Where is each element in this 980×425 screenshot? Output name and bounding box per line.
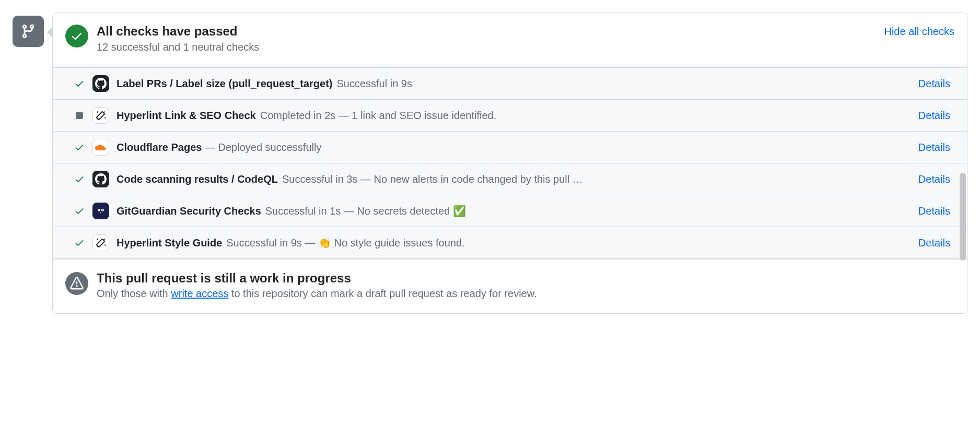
check-status	[74, 206, 85, 216]
check-row: Label PRs / Label size (pull_request_tar…	[53, 67, 967, 100]
scrollbar[interactable]	[960, 173, 966, 261]
check-icon	[74, 78, 85, 89]
check-row: Cloudflare Pages — Deployed successfully…	[53, 132, 967, 163]
wand-icon	[95, 110, 107, 121]
check-text: Label PRs / Label size (pull_request_tar…	[116, 78, 911, 90]
check-meta: Completed in 2s — 1 link and SEO issue i…	[260, 110, 496, 121]
github-avatar	[92, 171, 109, 187]
checks-list-container: Label PRs / Label size (pull_request_tar…	[53, 64, 967, 259]
check-meta: Successful in 9s	[336, 78, 412, 89]
checks-title: All checks have passed	[97, 23, 876, 39]
check-meta: Successful in 3s — No new alerts in code…	[282, 173, 583, 185]
owl-icon	[96, 206, 106, 216]
github-avatar	[92, 75, 109, 92]
status-success-badge	[65, 25, 88, 48]
draft-title: This pull request is still a work in pro…	[97, 271, 954, 286]
github-icon	[95, 78, 107, 89]
checks-list: Label PRs / Label size (pull_request_tar…	[53, 67, 967, 259]
checks-header: All checks have passed 12 successful and…	[53, 13, 967, 64]
timeline-branch-badge	[13, 16, 44, 47]
alert-icon	[70, 277, 84, 290]
check-meta: Successful in 9s — 👏 No style guide issu…	[226, 237, 464, 249]
details-link[interactable]: Details	[918, 237, 950, 249]
github-icon	[95, 173, 107, 185]
draft-sub-pre: Only those with	[97, 288, 171, 299]
check-status	[74, 238, 85, 248]
check-text: Cloudflare Pages — Deployed successfully	[116, 141, 911, 154]
cloud-icon	[95, 143, 107, 151]
check-text: Hyperlint Style GuideSuccessful in 9s — …	[116, 237, 911, 249]
draft-sub-post: to this repository can mark a draft pull…	[228, 288, 536, 299]
check-icon	[74, 174, 85, 184]
hyperlint-avatar	[92, 234, 109, 251]
check-name: GitGuardian Security Checks	[116, 205, 261, 217]
check-status	[74, 112, 85, 119]
check-row: Hyperlint Style GuideSuccessful in 9s — …	[53, 227, 967, 259]
check-row: GitGuardian Security ChecksSuccessful in…	[53, 195, 967, 227]
check-icon	[74, 142, 85, 152]
check-meta: Deployed successfully	[218, 141, 322, 153]
details-link[interactable]: Details	[918, 110, 950, 122]
details-link[interactable]: Details	[918, 205, 950, 217]
check-text: GitGuardian Security ChecksSuccessful in…	[116, 205, 911, 217]
check-name: Label PRs / Label size (pull_request_tar…	[116, 78, 332, 89]
check-name: Cloudflare Pages	[116, 141, 202, 153]
draft-footer: This pull request is still a work in pro…	[53, 259, 967, 313]
svg-point-3	[102, 209, 103, 210]
gitguardian-avatar	[92, 203, 109, 219]
check-status	[74, 174, 85, 184]
status-draft-badge	[65, 272, 88, 295]
git-branch-icon	[20, 23, 36, 39]
check-status	[74, 142, 85, 152]
svg-point-2	[99, 209, 100, 210]
check-status	[74, 78, 85, 89]
check-text: Code scanning results / CodeQLSuccessful…	[116, 173, 911, 185]
toggle-checks-link[interactable]: Hide all checks	[884, 26, 954, 38]
draft-subtitle: Only those with write access to this rep…	[97, 288, 954, 300]
hyperlint-avatar	[92, 107, 109, 124]
check-dash: —	[202, 141, 218, 153]
details-link[interactable]: Details	[918, 141, 950, 154]
check-icon	[71, 30, 83, 42]
details-link[interactable]: Details	[918, 78, 950, 90]
check-text: Hyperlint Link & SEO CheckCompleted in 2…	[116, 110, 911, 122]
check-name: Hyperlint Style Guide	[116, 237, 222, 249]
neutral-icon	[76, 112, 83, 119]
check-icon	[74, 206, 85, 216]
check-row: Code scanning results / CodeQLSuccessful…	[53, 163, 967, 195]
check-name: Hyperlint Link & SEO Check	[116, 110, 256, 121]
write-access-link[interactable]: write access	[171, 288, 228, 299]
check-name: Code scanning results / CodeQL	[116, 173, 278, 185]
details-link[interactable]: Details	[918, 173, 950, 185]
check-row: Hyperlint Link & SEO CheckCompleted in 2…	[53, 100, 967, 132]
cloudflare-avatar	[92, 139, 109, 156]
checks-panel: All checks have passed 12 successful and…	[52, 13, 967, 314]
wand-icon	[95, 237, 107, 249]
check-meta: Successful in 1s — No secrets detected ✅	[265, 205, 466, 217]
checks-subtitle: 12 successful and 1 neutral checks	[97, 41, 876, 53]
check-icon	[74, 238, 85, 248]
